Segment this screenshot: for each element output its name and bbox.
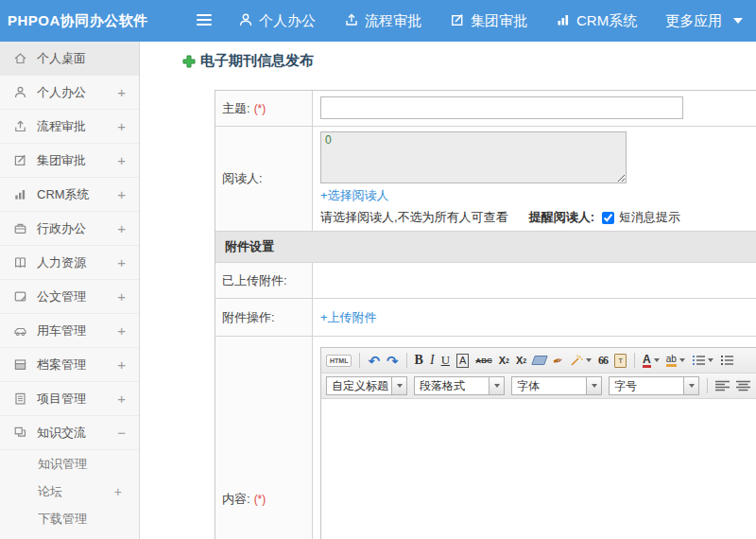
expand-toggle[interactable]: + (117, 118, 126, 134)
sidebar-item-process-approval[interactable]: 流程审批 + (0, 110, 139, 144)
expand-toggle[interactable]: + (117, 288, 126, 304)
sidebar-item-label: 项目管理 (37, 391, 86, 408)
sidebar-item-label: CRM系统 (37, 186, 90, 203)
chat-icon (13, 426, 28, 441)
nav-label: 更多应用 (665, 12, 722, 30)
italic-icon[interactable]: I (430, 353, 435, 368)
expand-toggle[interactable]: + (117, 356, 126, 373)
sidebar-item-group-approval[interactable]: 集团审批 + (0, 144, 139, 178)
dropdown-caret-icon (586, 358, 592, 362)
select-readers-link[interactable]: +选择阅读人 (320, 187, 389, 204)
sidebar-item-hr[interactable]: 人力资源 + (0, 246, 139, 280)
dropdown-caret-icon (489, 377, 504, 394)
underline-icon[interactable]: U (441, 353, 450, 368)
app-logo: PHPOA协同办公软件 (8, 0, 148, 42)
sidebar-item-label: 公文管理 (37, 288, 86, 305)
nav-label: CRM系统 (576, 12, 637, 30)
align-center-icon[interactable] (736, 380, 750, 391)
readers-hint-line: 请选择阅读人,不选为所有人可查看 提醒阅读人: 短消息提示 (320, 209, 756, 226)
nav-personal-office[interactable]: 个人办公 (238, 12, 316, 30)
expand-toggle[interactable]: + (117, 220, 126, 236)
subscript-icon[interactable]: X2 (516, 355, 526, 366)
sidebar-item-personal-office[interactable]: 个人办公 + (0, 76, 139, 110)
strikethrough-icon[interactable]: ABC (475, 356, 491, 365)
sidebar-item-project-mgmt[interactable]: 项目管理 + (0, 382, 139, 416)
uploaded-attachments-label: 已上传附件: (215, 263, 313, 298)
font-box-icon[interactable]: A (456, 354, 469, 368)
sidebar-subitem-knowledge-mgmt[interactable]: 知识管理 (0, 450, 139, 478)
dropdown-caret-icon (586, 377, 601, 394)
heading-select[interactable]: 自定义标题 (326, 376, 407, 395)
expand-toggle[interactable]: + (114, 484, 122, 499)
format-brush-icon[interactable]: ✒ (552, 353, 565, 367)
person-icon (238, 12, 253, 30)
expand-toggle[interactable]: + (117, 84, 126, 100)
dropdown-caret-icon (683, 377, 698, 394)
nav-process-approval[interactable]: 流程审批 (344, 12, 421, 30)
sidebar-item-vehicle-mgmt[interactable]: 用车管理 + (0, 314, 139, 348)
autoformat-wand-icon[interactable] (570, 355, 592, 367)
editor-content-area[interactable] (321, 399, 756, 539)
sidebar-item-label: 行政办公 (37, 220, 86, 237)
sidebar-item-document-mgmt[interactable]: 公文管理 + (0, 280, 139, 314)
person-icon (13, 85, 28, 100)
sidebar-subitem-label: 论坛 (38, 483, 62, 500)
sidebar-subitem-label: 下载管理 (38, 511, 87, 528)
top-navigation: 个人办公 流程审批 集团审批 CRM系统 更多应用 (238, 0, 743, 42)
publish-form: 主题: (*) 阅读人: 0 +选择阅读人 请选择阅读人,不选为所有人可查看 提… (215, 90, 756, 539)
sidebar-item-personal-desktop[interactable]: 个人桌面 (0, 42, 139, 76)
readers-textarea[interactable]: 0 (320, 131, 627, 183)
sidebar-subitem-forum[interactable]: 论坛 + (0, 478, 139, 505)
expand-toggle[interactable]: + (117, 322, 126, 339)
paragraph-select[interactable]: 段落格式 (414, 376, 505, 395)
sidebar-item-admin-office[interactable]: 行政办公 + (0, 212, 139, 246)
nav-label: 个人办公 (259, 12, 316, 30)
readers-row: 阅读人: 0 +选择阅读人 请选择阅读人,不选为所有人可查看 提醒阅读人: 短消… (215, 127, 756, 232)
sidebar-subitem-download-mgmt[interactable]: 下载管理 (0, 505, 139, 532)
unordered-list-icon[interactable] (720, 355, 733, 366)
font-color-icon[interactable]: A (643, 354, 660, 368)
font-size-select[interactable]: 字号 (609, 376, 699, 395)
superscript-icon[interactable]: X2 (499, 355, 509, 366)
nav-more-apps[interactable]: 更多应用 (665, 12, 743, 30)
upload-attachment-link[interactable]: +上传附件 (320, 309, 377, 326)
ordered-list-icon[interactable] (692, 355, 713, 366)
expand-toggle[interactable]: + (117, 254, 126, 270)
hamburger-menu-icon[interactable] (197, 14, 214, 27)
uploaded-attachments-value (313, 263, 756, 298)
nav-crm-system[interactable]: CRM系统 (556, 12, 637, 30)
sidebar-item-crm[interactable]: CRM系统 + (0, 178, 139, 212)
blockquote-icon[interactable]: 66 (598, 354, 608, 368)
home-icon (13, 51, 28, 66)
sidebar-item-label: 流程审批 (37, 118, 86, 135)
sidebar-item-archive-mgmt[interactable]: 档案管理 + (0, 348, 139, 382)
font-family-select[interactable]: 字体 (511, 376, 602, 395)
subject-label: 主题: (*) (215, 91, 313, 126)
align-left-icon[interactable] (715, 380, 730, 391)
nav-group-approval[interactable]: 集团审批 (450, 12, 527, 30)
eraser-icon[interactable] (533, 356, 546, 365)
expand-toggle[interactable]: + (117, 391, 126, 407)
subject-input[interactable] (320, 96, 683, 119)
attachment-section-header: 附件设置 (215, 232, 756, 263)
uploaded-attachments-row: 已上传附件: (215, 263, 756, 299)
highlight-color-icon[interactable]: ab (666, 354, 685, 367)
page-title-text: 电子期刊信息发布 (200, 52, 314, 70)
sidebar-item-knowledge-exchange[interactable]: 知识交流 − (0, 416, 139, 450)
redo-icon[interactable]: ↷ (387, 354, 399, 368)
paste-text-icon[interactable]: T (614, 354, 627, 368)
dropdown-caret-icon (654, 358, 660, 362)
expand-toggle[interactable]: + (117, 152, 126, 168)
edit-icon (13, 153, 28, 168)
readers-label: 阅读人: (215, 127, 313, 231)
process-icon (344, 12, 359, 30)
bold-icon[interactable]: B (415, 353, 423, 368)
expand-toggle[interactable]: + (117, 186, 126, 202)
sms-remind-checkbox[interactable] (602, 212, 614, 224)
sms-remind-label: 短消息提示 (619, 209, 680, 226)
html-source-button[interactable]: HTML (326, 355, 352, 367)
sidebar-subitem-public-file-cabinet[interactable]: 公共文件柜 (0, 532, 139, 539)
attachment-action-row: 附件操作: +上传附件 (215, 299, 756, 337)
undo-icon[interactable]: ↶ (368, 354, 380, 368)
expand-toggle[interactable]: − (117, 425, 126, 441)
